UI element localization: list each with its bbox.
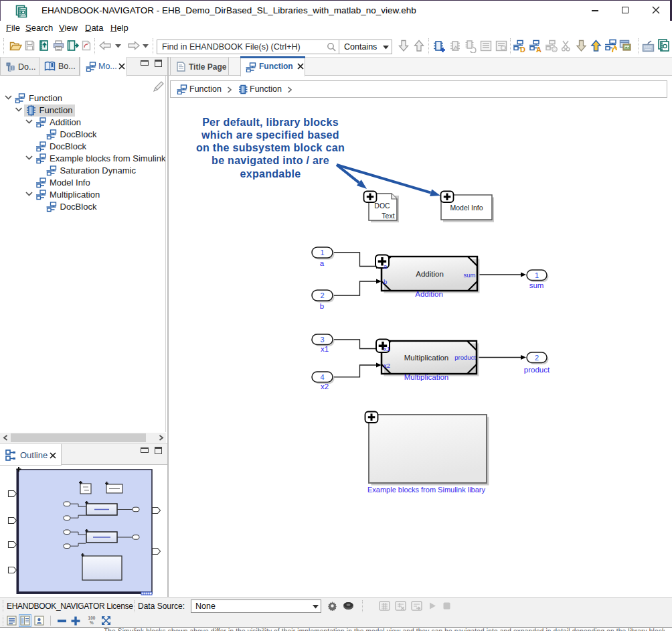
svg-text:2: 2	[535, 354, 539, 362]
svg-text:Addition: Addition	[415, 290, 443, 298]
svg-text:sum: sum	[529, 281, 544, 289]
svg-text:product: product	[454, 354, 476, 361]
svg-text:Text: Text	[382, 212, 394, 220]
svg-text:b: b	[384, 278, 387, 285]
svg-text:Multiplication: Multiplication	[404, 373, 448, 381]
svg-text:1: 1	[535, 271, 539, 279]
svg-text:which are specified based: which are specified based	[201, 129, 339, 141]
svg-text:2: 2	[320, 291, 324, 299]
svg-text:Model Info: Model Info	[450, 204, 483, 212]
svg-text:Addition: Addition	[416, 270, 444, 278]
svg-text:b: b	[320, 302, 324, 310]
svg-text:x1: x1	[384, 345, 390, 352]
svg-text:a: a	[384, 263, 388, 270]
svg-text:a: a	[320, 259, 325, 267]
svg-text:D: D	[520, 46, 525, 53]
svg-text:on the subsystem block can: on the subsystem block can	[196, 142, 345, 153]
svg-text:Multiplication: Multiplication	[404, 354, 448, 362]
svg-text:be navigated into / are: be navigated into / are	[212, 155, 329, 166]
svg-text:x1: x1	[321, 345, 329, 353]
svg-text:Per default, library blocks: Per default, library blocks	[202, 117, 339, 128]
svg-text:product: product	[524, 366, 550, 374]
svg-text:4: 4	[320, 373, 324, 381]
svg-text:DOC: DOC	[374, 202, 390, 210]
svg-text:A: A	[536, 46, 541, 53]
svg-text:x2: x2	[321, 382, 329, 391]
svg-text:sum: sum	[464, 271, 476, 279]
svg-text:x2: x2	[384, 362, 390, 369]
svg-text:1: 1	[320, 249, 324, 257]
svg-text:3: 3	[320, 336, 324, 344]
svg-text:expandable: expandable	[240, 168, 301, 180]
svg-text:Example blocks from Simulink l: Example blocks from Simulink libary	[367, 486, 486, 494]
